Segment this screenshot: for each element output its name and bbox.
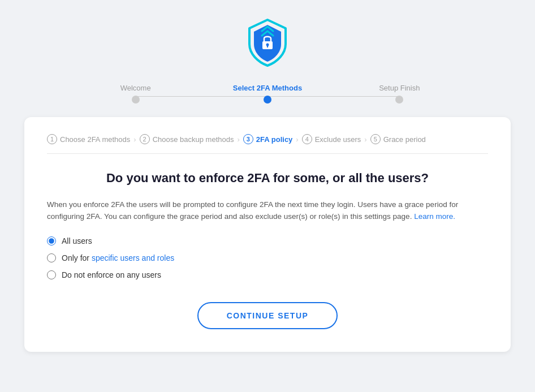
radio-no-enforce[interactable]: Do not enforce on any users [47, 270, 488, 279]
substep-sep-2: › [237, 135, 239, 144]
substep-choose-2fa: 1 Choose 2FA methods [47, 134, 130, 144]
learn-more-link[interactable]: Learn more. [414, 212, 455, 221]
substep-5-label: Grace period [383, 135, 426, 144]
svg-rect-2 [267, 45, 268, 48]
logo-area [245, 17, 290, 70]
radio-specific-users-input[interactable] [47, 253, 56, 262]
step-setup-finish-label: Setup Finish [379, 84, 420, 92]
substep-nav: 1 Choose 2FA methods › 2 Choose backup m… [47, 134, 488, 154]
step-welcome-dot [132, 96, 140, 104]
shield-logo-icon [245, 17, 290, 68]
main-card: 1 Choose 2FA methods › 2 Choose backup m… [24, 117, 511, 352]
radio-group: All users Only for specific users and ro… [47, 236, 488, 279]
substep-3-label: 2FA policy [256, 135, 293, 144]
step-welcome-label: Welcome [120, 84, 151, 92]
radio-no-enforce-label: Do not enforce on any users [62, 270, 161, 279]
substep-2fa-policy: 3 2FA policy [243, 134, 293, 144]
radio-specific-users[interactable]: Only for specific users and roles [47, 253, 488, 262]
button-area: CONTINUE SETUP [47, 302, 488, 329]
substep-2-num: 2 [140, 134, 150, 144]
radio-specific-users-label: Only for specific users and roles [62, 253, 174, 262]
substep-2-label: Choose backup methods [153, 135, 234, 144]
radio-all-users-label: All users [62, 236, 92, 245]
radio-no-enforce-input[interactable] [47, 270, 56, 279]
substep-grace-period: 5 Grace period [370, 134, 426, 144]
step-select-2fa-label: Select 2FA Methods [233, 84, 302, 92]
substep-4-label: Exclude users [315, 135, 361, 144]
substep-1-num: 1 [47, 134, 57, 144]
substep-sep-1: › [133, 135, 136, 144]
step-setup-finish: Setup Finish [334, 84, 465, 104]
description-text: When you enforce 2FA the users will be p… [47, 199, 488, 223]
substep-sep-3: › [296, 135, 298, 144]
description-part1: When you enforce 2FA the users will be p… [47, 200, 458, 221]
substep-choose-backup: 2 Choose backup methods [140, 134, 234, 144]
substep-1-label: Choose 2FA methods [60, 135, 130, 144]
main-question: Do you want to enforce 2FA for some, or … [47, 170, 488, 187]
continue-setup-button[interactable]: CONTINUE SETUP [197, 302, 338, 329]
substep-5-num: 5 [370, 134, 381, 144]
radio-all-users-input[interactable] [47, 236, 56, 245]
substep-4-num: 4 [302, 134, 312, 144]
radio-all-users[interactable]: All users [47, 236, 488, 245]
step-setup-finish-dot [395, 96, 403, 104]
substep-3-num: 3 [243, 134, 253, 144]
step-welcome: Welcome [70, 84, 201, 104]
step-select-2fa-dot [264, 96, 271, 104]
substep-exclude-users: 4 Exclude users [302, 134, 361, 144]
step-select-2fa: Select 2FA Methods [201, 84, 333, 104]
top-stepper: Welcome Select 2FA Methods Setup Finish [70, 84, 465, 104]
substep-sep-4: › [364, 135, 366, 144]
